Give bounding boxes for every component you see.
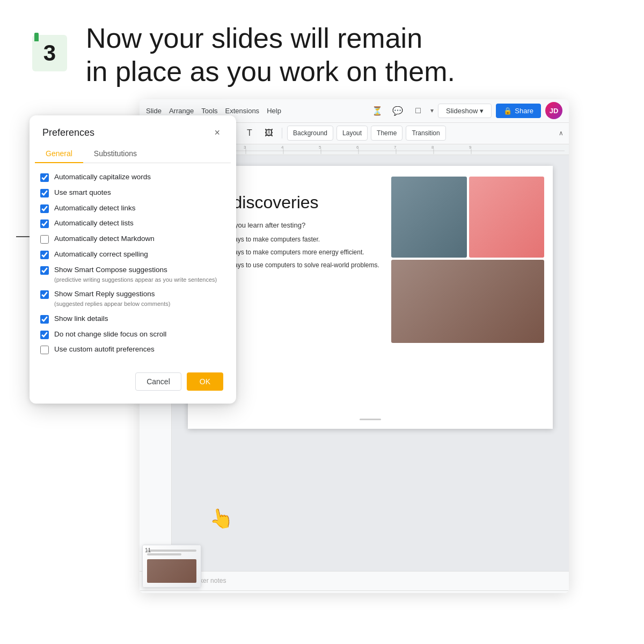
menu-help[interactable]: Help (267, 107, 281, 115)
step-badge: 3 (32, 35, 70, 75)
preferences-dialog: Preferences × General Substitutions Auto… (30, 115, 236, 404)
menu-slide[interactable]: Slide (146, 107, 162, 115)
thumb-line-2 (147, 553, 181, 555)
dialog-footer: Cancel OK (30, 364, 236, 393)
slide-image-2 (469, 177, 545, 258)
share-button[interactable]: 🔒 Share (496, 104, 541, 118)
checkbox-smart-compose-sublabel: (predictive writing suggestions appear a… (54, 276, 217, 284)
checkbox-link-details-input[interactable] (40, 315, 49, 324)
checkbox-smart-reply-sublabel: (suggested replies appear below comments… (54, 300, 170, 308)
collapse-icon[interactable]: ∧ (559, 129, 564, 137)
dialog-title: Preferences (42, 127, 94, 138)
dialog-tabs: General Substitutions (35, 145, 231, 163)
slide-images (391, 177, 544, 343)
svg-text:8: 8 (431, 145, 434, 150)
dialog-header: Preferences × (30, 115, 236, 145)
header-section: 3 Now your slides will remain in place a… (0, 0, 644, 99)
slide-progress (360, 419, 381, 420)
checkbox-no-change-focus-label: Do not change slide focus on scroll (54, 330, 166, 340)
checkbox-detect-markdown-input[interactable] (40, 235, 49, 244)
lock-icon: 🔒 (503, 107, 512, 115)
checkbox-detect-markdown: Automatically detect Markdown (40, 231, 225, 247)
svg-text:5: 5 (319, 145, 321, 150)
thumb-img-area (147, 559, 196, 583)
slide-thumbnail-overlay: 11 (142, 545, 201, 588)
checkbox-cap-words-input[interactable] (40, 173, 49, 182)
checkbox-correct-spelling-label: Automatically correct spelling (54, 250, 148, 260)
checkbox-detect-links-input[interactable] (40, 204, 49, 213)
menu-tools[interactable]: Tools (201, 107, 217, 115)
slideshow-chevron: ▾ (480, 107, 484, 115)
text-icon[interactable]: T (241, 125, 258, 141)
checkbox-no-change-focus-input[interactable] (40, 331, 49, 339)
slide-thumb-img: 11 (143, 545, 201, 587)
checkbox-custom-autofit-input[interactable] (40, 346, 49, 354)
header-line2: in place as you work on them. (86, 56, 455, 87)
history-icon[interactable]: ⏳ (369, 103, 385, 119)
cancel-button[interactable]: Cancel (135, 372, 181, 391)
comment-icon[interactable]: 💬 (390, 103, 406, 119)
svg-text:9: 9 (469, 145, 472, 150)
slide-canvas: Aha! My discoveries What did you learn a… (188, 166, 553, 429)
tab-general[interactable]: General (35, 145, 83, 163)
cursor-hand: 👆 (208, 505, 236, 531)
step-number: 3 (43, 40, 56, 66)
present-icon[interactable]: □ (410, 103, 426, 119)
checkbox-no-change-focus: Do not change slide focus on scroll (40, 327, 225, 342)
checkbox-smart-quotes-input[interactable] (40, 189, 49, 197)
checkbox-smart-compose: Show Smart Compose suggestions (predicti… (40, 262, 225, 287)
image-icon[interactable]: 🖼 (261, 125, 277, 141)
toolbar-right: ⏳ 💬 □ ▾ Slideshow ▾ 🔒 Share JD (369, 102, 562, 119)
slideshow-button[interactable]: Slideshow ▾ (438, 104, 492, 118)
checkbox-smart-quotes-label: Use smart quotes (54, 188, 111, 198)
background-button[interactable]: Background (287, 126, 333, 141)
svg-text:4: 4 (281, 145, 284, 150)
toolbar-divider-1 (282, 128, 282, 138)
layout-button[interactable]: Layout (336, 126, 368, 141)
checkbox-cap-words-label: Automatically capitalize words (54, 172, 151, 182)
header-line1: Now your slides will remain (86, 23, 422, 54)
checkbox-smart-reply-input[interactable] (40, 290, 49, 299)
toolbar-menu: Slide Arrange Tools Extensions Help (146, 107, 281, 115)
slides-bottom: ‹ (140, 590, 569, 593)
checkbox-smart-reply-label: Show Smart Reply suggestions (suggested … (54, 289, 170, 308)
checkbox-smart-compose-input[interactable] (40, 266, 49, 275)
checkbox-smart-reply: Show Smart Reply suggestions (suggested … (40, 287, 225, 311)
thumb-line-1 (147, 550, 196, 552)
theme-button[interactable]: Theme (371, 126, 402, 141)
checkbox-detect-lists-label: Automatically detect lists (54, 218, 134, 229)
checkbox-smart-quotes: Use smart quotes (40, 185, 225, 201)
checkbox-detect-links-label: Automatically detect links (54, 203, 136, 214)
svg-text:7: 7 (394, 145, 397, 150)
checkbox-cap-words: Automatically capitalize words (40, 170, 225, 185)
present-separator: ▾ (430, 107, 434, 114)
checkbox-detect-links: Automatically detect links (40, 201, 225, 216)
header-text: Now your slides will remain in place as … (86, 21, 455, 89)
slideshow-label: Slideshow (446, 107, 478, 115)
slide-image-1 (391, 177, 467, 258)
checkbox-detect-lists-input[interactable] (40, 219, 49, 228)
checkbox-smart-compose-label: Show Smart Compose suggestions (predicti… (54, 265, 217, 284)
svg-text:6: 6 (356, 145, 359, 150)
tab-substitutions[interactable]: Substitutions (83, 145, 148, 163)
menu-arrange[interactable]: Arrange (169, 107, 194, 115)
checkbox-detect-markdown-label: Automatically detect Markdown (54, 234, 155, 244)
user-avatar[interactable]: JD (545, 102, 562, 119)
share-label: Share (515, 107, 533, 115)
transition-button[interactable]: Transition (406, 126, 445, 141)
checkbox-link-details: Show link details (40, 311, 225, 327)
menu-extensions[interactable]: Extensions (225, 107, 260, 115)
main-content: Slide Arrange Tools Extensions Help ⏳ 💬 … (0, 99, 644, 625)
checkbox-custom-autofit-label: Use custom autofit preferences (54, 345, 155, 355)
checkbox-link-details-label: Show link details (54, 314, 108, 324)
checkbox-detect-lists: Automatically detect lists (40, 216, 225, 231)
checkbox-custom-autofit: Use custom autofit preferences (40, 342, 225, 357)
svg-text:3: 3 (244, 145, 246, 150)
close-button[interactable]: × (211, 126, 223, 140)
slide-thumb-num: 11 (145, 547, 151, 553)
speaker-notes[interactable]: Click to add speaker notes (140, 571, 569, 590)
checkbox-correct-spelling: Automatically correct spelling (40, 247, 225, 262)
checkbox-correct-spelling-input[interactable] (40, 251, 49, 259)
slide-image-3 (391, 260, 544, 343)
ok-button[interactable]: OK (187, 372, 223, 391)
